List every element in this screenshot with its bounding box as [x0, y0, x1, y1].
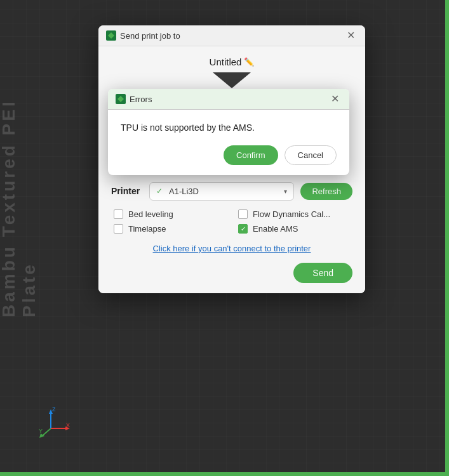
- enable-ams-label: Enable AMS: [253, 224, 298, 234]
- dialog-title-section: Send print job to: [106, 30, 180, 41]
- printer-row: Printer ✓ A1-Li3D ▾ Refresh: [111, 182, 352, 201]
- bed-leveling-checkbox[interactable]: [114, 209, 123, 219]
- filename-text: Untitled: [210, 56, 242, 67]
- error-dialog: Errors ✕ TPU is not supported by the AMS…: [108, 89, 349, 175]
- dialog-titlebar: Send print job to ✕: [98, 25, 365, 46]
- arrow-down-indicator: [213, 72, 251, 88]
- options-grid: Bed leveling Flow Dynamics Cal... Timela…: [111, 209, 352, 234]
- error-content: TPU is not supported by the AMS. Confirm…: [108, 110, 349, 175]
- filename-row: Untitled ✏️: [111, 56, 352, 67]
- connect-link-row: Click here if you can't connect to the p…: [111, 242, 352, 254]
- axes-indicator: Z X Y: [38, 406, 70, 438]
- error-title-section: Errors: [116, 94, 152, 104]
- option-flow-dynamics[interactable]: Flow Dynamics Cal...: [238, 209, 350, 219]
- svg-text:Z: Z: [52, 406, 56, 413]
- printer-name: A1-Li3D: [169, 187, 280, 196]
- svg-text:X: X: [66, 422, 70, 428]
- send-row: Send: [111, 263, 352, 283]
- bed-leveling-label: Bed leveling: [128, 209, 173, 219]
- select-checkmark: ✓: [156, 187, 163, 195]
- cancel-button[interactable]: Cancel: [285, 145, 337, 165]
- bambu-label: Bambu Textured PEI Plate: [6, 63, 32, 317]
- dialog-close-button[interactable]: ✕: [344, 30, 358, 41]
- printer-select-dropdown[interactable]: ✓ A1-Li3D ▾: [149, 182, 294, 201]
- send-button[interactable]: Send: [293, 263, 352, 283]
- error-buttons: Confirm Cancel: [121, 145, 337, 165]
- connect-link-text[interactable]: Click here if you can't connect to the p…: [153, 244, 311, 253]
- bambu-logo-inner: [108, 32, 114, 39]
- option-timelapse[interactable]: Timelapse: [114, 224, 225, 234]
- flow-dynamics-checkbox[interactable]: [238, 209, 248, 219]
- error-logo-icon: [116, 94, 126, 104]
- option-bed-leveling[interactable]: Bed leveling: [114, 209, 225, 219]
- green-bottom-bar: [0, 472, 449, 476]
- option-enable-ams[interactable]: Enable AMS: [238, 224, 350, 234]
- error-titlebar: Errors ✕: [108, 89, 349, 110]
- error-close-button[interactable]: ✕: [328, 94, 342, 104]
- chevron-down-icon: ▾: [284, 188, 287, 195]
- error-logo-inner: [117, 96, 124, 102]
- enable-ams-checkbox[interactable]: [238, 224, 248, 234]
- green-right-bar: [445, 0, 449, 476]
- svg-text:Y: Y: [39, 428, 43, 434]
- printer-label: Printer: [111, 186, 143, 196]
- flow-dynamics-label: Flow Dynamics Cal...: [253, 209, 330, 219]
- bambu-logo-icon: [106, 30, 116, 41]
- timelapse-label: Timelapse: [128, 224, 166, 234]
- edit-icon[interactable]: ✏️: [244, 57, 254, 67]
- confirm-button[interactable]: Confirm: [224, 145, 278, 165]
- dialog-title-text: Send print job to: [120, 31, 180, 41]
- error-title-text: Errors: [130, 95, 152, 104]
- refresh-button[interactable]: Refresh: [300, 183, 352, 200]
- timelapse-checkbox[interactable]: [114, 224, 123, 234]
- error-message: TPU is not supported by the AMS.: [121, 122, 337, 133]
